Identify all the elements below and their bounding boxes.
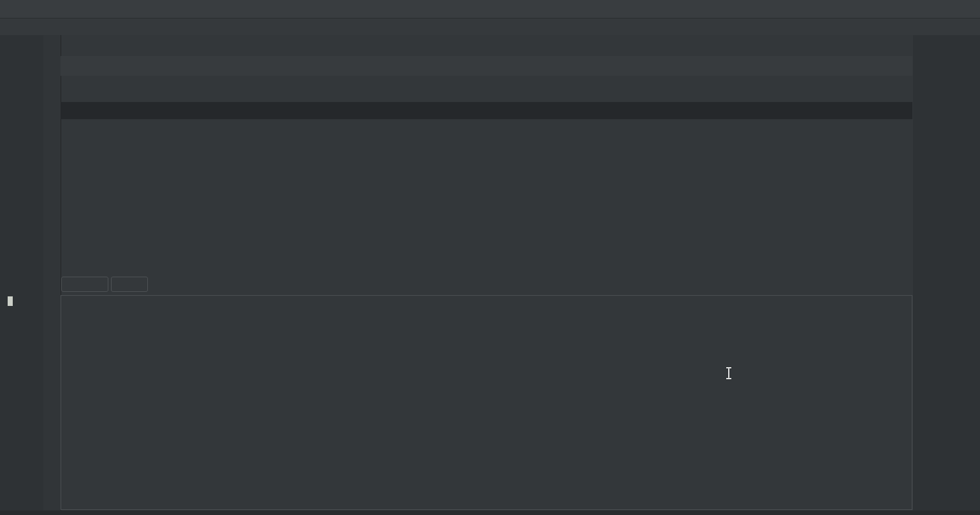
terminal-output bbox=[0, 35, 980, 515]
terminal-cursor bbox=[8, 296, 13, 306]
terminal-screen[interactable] bbox=[0, 35, 980, 515]
prompt-line-current bbox=[3, 296, 13, 307]
menubar bbox=[0, 18, 980, 35]
terminal-window bbox=[0, 0, 980, 515]
prompt-line-neofetch bbox=[3, 36, 8, 47]
titlebar[interactable] bbox=[0, 0, 980, 18]
mouse-ibeam-cursor bbox=[725, 367, 733, 379]
